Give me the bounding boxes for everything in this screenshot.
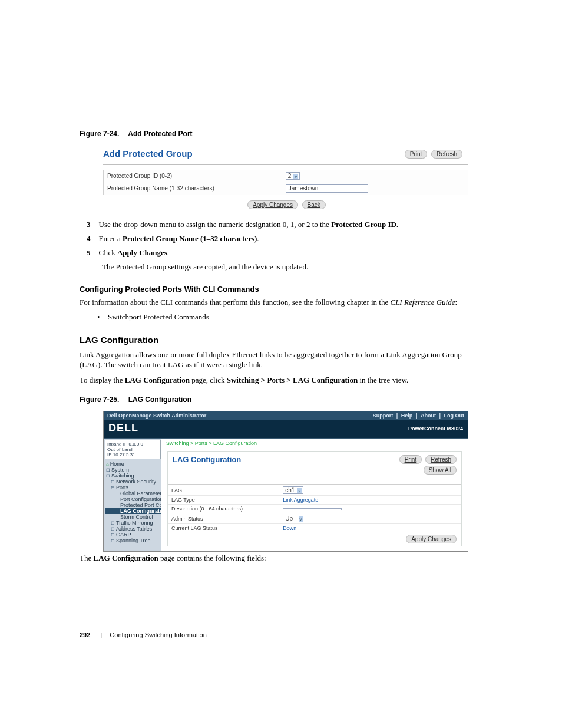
tree-switching[interactable]: ⊟Switching [105,473,161,479]
print-button[interactable]: Print [405,150,428,159]
lag-type-label: LAG Type [168,496,279,505]
description-label: Description (0 - 64 characters) [168,505,279,513]
cli-bullet: Switchport Protected Commands [108,312,485,322]
figure-7-25-title: LAG Configuration [128,396,191,404]
tree-spanning-tree[interactable]: ⊞Spanning Tree [105,538,161,543]
admin-status-select[interactable]: Up v [283,515,305,522]
protected-group-name-label: Protected Group Name (1-32 characters) [104,182,282,195]
tree-garp[interactable]: ⊞GARP [105,532,161,538]
expand-icon: ⊞ [111,521,115,526]
expand-icon: ⊞ [111,479,115,485]
step-3: 3Use the drop-down menu to assign the nu… [87,220,485,229]
expand-icon: ⊞ [106,467,110,473]
lag-panel-title: LAG Configuration [173,455,241,464]
add-protected-group-title: Add Protected Group [103,149,193,159]
show-all-button[interactable]: Show All [424,466,457,475]
lag-select[interactable]: ch1v [283,486,303,494]
figure-7-24-caption: Figure 7-24. Add Protected Port [80,130,485,138]
home-icon: ⌂ [106,462,109,467]
tree-home[interactable]: ⌂Home [105,461,161,467]
app-title: Dell OpenManage Switch Administrator [107,413,206,419]
refresh-button[interactable]: Refresh [431,150,462,159]
lag-para-1: Link Aggregation allows one or more full… [80,350,485,370]
print-button[interactable]: Print [399,455,422,464]
cli-paragraph: For information about the CLI commands t… [80,297,485,308]
protected-group-name-input[interactable]: Jamestown [286,184,368,193]
page-number: 292 [80,631,90,638]
add-protected-group-form: Protected Group ID (0-2) 2v Protected Gr… [103,170,468,195]
breadcrumb: Switching > Ports > LAG Configuration [161,439,468,448]
chevron-down-icon: v [293,174,298,179]
admin-status-value: Up [285,515,293,522]
figure-7-24-title: Add Protected Port [128,130,192,138]
tree-traffic-mirroring[interactable]: ⊞Traffic Mirroring [105,520,161,526]
lag-value: ch1 [285,487,295,493]
outofband-ip: Out-of-band IP:10.27.5.31 [107,447,158,457]
lag-type-value: Link Aggregate [279,496,461,505]
lag-after-text: The LAG Configuration page contains the … [80,554,485,563]
sidebar: Inband IP:0.0.0.0 Out-of-band IP:10.27.5… [104,439,161,551]
lag-label: LAG [168,485,279,496]
figure-7-24: Add Protected Group Print Refresh Protec… [103,145,468,209]
tree-address-tables[interactable]: ⊞Address Tables [105,526,161,532]
refresh-button[interactable]: Refresh [425,455,457,464]
tree-lag-configuration[interactable]: LAG Configuration [105,508,161,514]
brand-bar: DELL PowerConnect M8024 [104,420,468,439]
chevron-down-icon: v [297,488,302,493]
tree-global-parameters[interactable]: Global Parameters [105,490,161,496]
step-5-number: 5 [87,248,91,257]
description-input[interactable] [283,508,342,510]
tree-storm-control[interactable]: Storm Control [105,514,161,520]
lag-para-2: To display the LAG Configuration page, c… [80,375,485,386]
figure-7-25-caption: Figure 7-25. LAG Configuration [80,396,485,404]
nav-tree: ⌂Home ⊞System ⊟Switching ⊞Network Securi… [105,461,161,543]
lag-form: LAG ch1v LAG Type Link Aggregate [168,485,461,532]
expand-icon: ⊞ [111,526,115,532]
collapse-icon: ⊟ [111,485,115,490]
apply-changes-button[interactable]: Apply Changes [247,200,298,209]
figure-7-25-number: Figure 7-25. [80,396,119,404]
protected-group-id-label: Protected Group ID (0-2) [104,170,282,182]
step-5: 5Click Apply Changes. [87,248,485,258]
lag-heading: LAG Configuration [80,335,485,345]
logout-link[interactable]: Log Out [444,413,465,419]
current-lag-status-label: Current LAG Status [168,524,279,533]
product-name: PowerConnect M8024 [408,426,463,431]
step-5-result: The Protected Group settings are copied,… [102,262,485,272]
figure-7-25: Dell OpenManage Switch Administrator Sup… [103,411,468,552]
step-4: 4Enter a Protected Group Name (1–32 char… [87,234,485,243]
tree-system[interactable]: ⊞System [105,467,161,473]
about-link[interactable]: About [421,413,436,419]
protected-group-id-select[interactable]: 2v [286,172,300,180]
step-4-number: 4 [87,234,91,243]
apply-changes-button[interactable]: Apply Changes [406,535,457,543]
figure-7-24-number: Figure 7-24. [80,130,119,138]
protected-group-id-value: 2 [288,173,292,179]
expand-icon: ⊞ [111,532,115,538]
ip-info: Inband IP:0.0.0.0 Out-of-band IP:10.27.5… [105,440,161,459]
app-titlebar: Dell OpenManage Switch Administrator Sup… [104,411,468,420]
back-button[interactable]: Back [302,200,326,209]
admin-status-label: Admin Status [168,513,279,524]
dell-logo: DELL [108,422,138,434]
collapse-icon: ⊟ [106,473,110,479]
tree-protected-port-conf[interactable]: Protected Port Conf [105,502,161,508]
expand-icon: ⊞ [111,538,115,543]
tree-ports[interactable]: ⊟Ports [105,485,161,490]
support-link[interactable]: Support [373,413,394,419]
chevron-down-icon: v [299,516,303,522]
tree-port-configuration[interactable]: Port Configuration [105,496,161,502]
chapter-title: Configuring Switching Information [110,631,206,638]
step-3-number: 3 [87,220,91,229]
inband-ip: Inband IP:0.0.0.0 [107,442,158,447]
page-footer: 292 | Configuring Switching Information [80,631,207,638]
help-link[interactable]: Help [401,413,413,419]
tree-network-security[interactable]: ⊞Network Security [105,479,161,485]
cli-heading: Configuring Protected Ports With CLI Com… [80,285,485,294]
current-lag-status-value: Down [279,524,461,533]
